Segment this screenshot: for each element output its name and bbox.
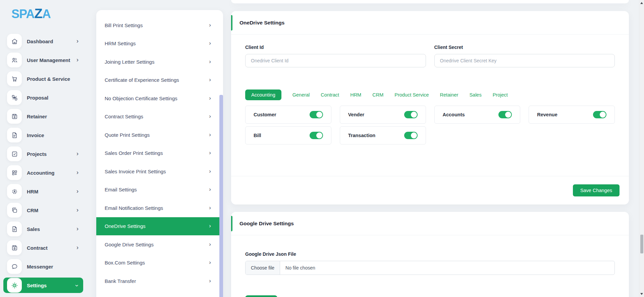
settings-menu-item-sales-order-print-settings[interactable]: Sales Order Print Settings› [96,144,223,163]
sidebar-item-settings[interactable]: Settings› [3,278,83,293]
client-secret-input[interactable] [434,54,615,67]
sidebar-item-label: Dashboard [27,39,53,44]
submenu-scrollbar-thumb[interactable] [219,95,223,297]
save-changes-button[interactable]: Save Changes [573,184,620,196]
choose-file-button[interactable]: Choose file [246,261,280,275]
settings-menu-item-bill-print-settings[interactable]: Bill Print Settings› [96,16,223,35]
tab-retainer[interactable]: Retainer [440,90,459,100]
scrollbar-up-arrow-icon[interactable] [640,2,643,4]
toggle-label: Customer [254,112,276,117]
chevron-right-icon: › [76,226,78,232]
credentials-fields: Client Id Client Secret [245,45,615,67]
sidebar-item-sales[interactable]: Sales› [3,221,83,237]
chevron-right-icon: › [209,205,211,211]
onedrive-settings-card: OneDrive Settings Client Id Client Secre… [231,11,629,204]
settings-menu-item-hrm-settings[interactable]: HRM Settings› [96,35,223,53]
sidebar-item-contract[interactable]: Contract› [3,240,83,255]
module-toggle-grid: CustomerVenderAccountsRevenueBillTransac… [245,106,615,144]
toggle-label: Transaction [348,133,375,138]
settings-menu-item-label: HRM Settings [105,41,136,46]
chevron-right-icon: › [209,59,211,65]
settings-menu-item-certificate-of-experience-settings[interactable]: Certificate of Experience Settings› [96,71,223,90]
chevron-right-icon: › [209,95,211,102]
sidebar-item-user-management[interactable]: User Management› [3,52,83,68]
sidebar-item-dashboard[interactable]: Dashboard› [3,34,83,49]
settings-menu-item-email-notification-settings[interactable]: Email Notification Settings› [96,199,223,217]
main-content: OneDrive Settings Client Id Client Secre… [231,0,629,297]
partial-save-button[interactable] [245,295,277,297]
sidebar-item-label: Retainer [27,114,47,119]
chevron-right-icon: › [76,151,78,157]
chevron-right-icon: › [209,223,211,229]
accounts-toggle-switch[interactable] [498,111,512,118]
sidebar-item-proposal[interactable]: Proposal [3,90,83,105]
revenue-toggle-switch[interactable] [593,111,606,118]
google-card-title: Google Drive Settings [239,221,294,227]
logo-text-post: A [42,7,51,21]
settings-menu-item-bank-transfer[interactable]: Bank Transfer› [96,272,223,290]
client-id-input[interactable] [245,54,426,67]
page-scrollbar-thumb[interactable] [640,235,643,253]
settings-menu-item-contract-settings[interactable]: Contract Settings› [96,108,223,126]
sidebar-item-label: HRM [27,189,38,194]
tab-product-service[interactable]: Product Service [394,90,429,100]
sidebar-item-label: Invoice [27,132,44,138]
toggle-card-bill: Bill [245,126,331,144]
sidebar-item-invoice[interactable]: Invoice [3,127,83,143]
tab-contract[interactable]: Contract [321,90,339,100]
toggle-card-accounts: Accounts [434,106,521,124]
sidebar-item-projects[interactable]: Projects› [3,146,83,162]
settings-menu-item-label: No Objection Certificate Settings [105,96,177,101]
settings-menu-item-email-settings[interactable]: Email Settings› [96,181,223,199]
page-scrollbar[interactable] [639,0,644,297]
sidebar-item-label: Product & Service [27,76,70,82]
tab-accounting[interactable]: Accounting [245,90,281,100]
hrm-circle-icon [7,184,22,199]
settings-menu-item-no-objection-certificate-settings[interactable]: No Objection Certificate Settings› [96,89,223,108]
settings-menu-item-sales-invoice-print-settings[interactable]: Sales Invoice Print Settings› [96,162,223,181]
tab-general[interactable]: General [292,90,310,100]
file-icon [7,128,22,142]
no-file-chosen-text: No file chosen [280,261,315,275]
toggle-label: Bill [254,133,261,138]
client-id-label: Client Id [245,45,426,50]
chevron-right-icon: › [209,241,211,248]
sidebar-item-retainer[interactable]: Retainer [3,109,83,124]
sidebar-item-label: Proposal [27,95,48,101]
sidebar-item-product-service[interactable]: Product & Service [3,71,83,86]
settings-menu-item-google-drive-settings[interactable]: Google Drive Settings› [96,235,223,254]
settings-menu-item-joining-letter-settings[interactable]: Joining Letter Settings› [96,53,223,71]
settings-menu-item-label: Contract Settings [105,114,143,119]
customer-toggle-switch[interactable] [310,111,323,118]
floppy-icon [7,109,22,124]
file-icon [7,222,22,236]
scrollbar-down-arrow-icon[interactable] [640,293,643,295]
toggle-card-customer: Customer [245,106,331,124]
app-root: SPAZA Dashboard›User Management›Product … [0,0,644,297]
tab-crm[interactable]: CRM [372,90,383,100]
google-json-file-input[interactable]: Choose file No file chosen [245,261,615,275]
tab-project[interactable]: Project [493,90,508,100]
settings-menu-item-barcode-settings[interactable]: Barcode Settings› [96,290,223,297]
tab-hrm[interactable]: HRM [350,90,361,100]
brand-logo[interactable]: SPAZA [0,5,88,21]
floppy-icon [7,240,22,255]
settings-menu-item-quote-print-settings[interactable]: Quote Print Settings› [96,126,223,144]
sidebar-item-hrm[interactable]: HRM› [3,184,83,199]
bill-toggle-switch[interactable] [310,132,323,139]
sidebar-item-accounting[interactable]: Accounting› [3,165,83,180]
settings-menu-item-onedrive-settings[interactable]: OneDrive Settings› [96,217,223,236]
vender-toggle-switch[interactable] [404,111,418,118]
tab-sales[interactable]: Sales [469,90,481,100]
sidebar-item-messenger[interactable]: Messenger [3,259,83,274]
transaction-toggle-switch[interactable] [404,132,418,139]
swap-boxes-icon [7,90,22,105]
chevron-right-icon: › [76,188,78,195]
check-square-icon [7,146,22,161]
settings-menu-item-label: Box.Com Settings [105,260,145,265]
previous-card-partial [231,0,629,3]
settings-menu-item-label: Quote Print Settings [105,132,150,138]
chevron-down-icon: › [74,284,80,287]
settings-menu-item-box-com-settings[interactable]: Box.Com Settings› [96,254,223,272]
sidebar-item-crm[interactable]: CRM› [3,202,83,218]
